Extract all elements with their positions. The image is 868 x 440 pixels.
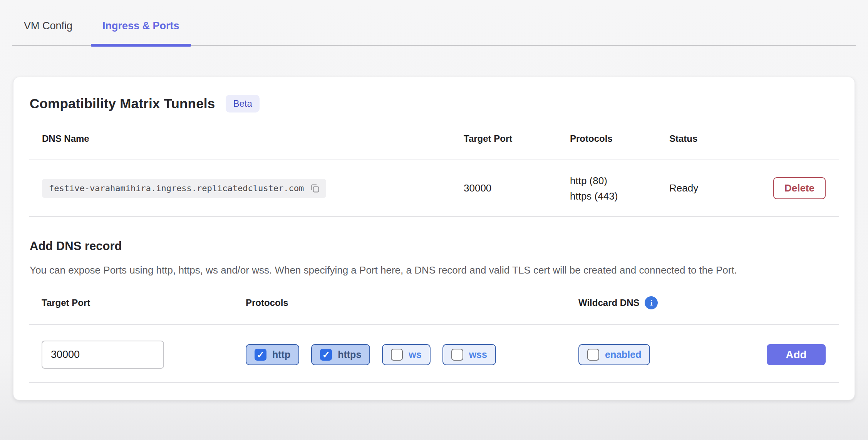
dns-name-pill: festive-varahamihira.ingress.replicatedc…	[42, 179, 326, 198]
dns-name-cell: festive-varahamihira.ingress.replicatedc…	[29, 179, 451, 198]
protocol-checkbox-label: wss	[469, 349, 487, 360]
tab-vm-config[interactable]: VM Config	[12, 20, 84, 45]
dns-name-value: festive-varahamihira.ingress.replicatedc…	[49, 183, 304, 193]
checkbox-icon	[587, 349, 599, 361]
wildcard-enabled-label: enabled	[605, 349, 641, 360]
table-row: festive-varahamihira.ingress.replicatedc…	[29, 160, 839, 216]
protocol-checkbox-label: https	[338, 349, 361, 360]
column-header-protocols: Protocols	[557, 133, 656, 144]
protocol-checkbox-wss[interactable]: wss	[442, 344, 496, 365]
protocol-checkbox-ws[interactable]: ws	[382, 344, 430, 365]
checkbox-icon	[255, 349, 266, 361]
form-header-target-port: Target Port	[29, 297, 233, 308]
checkbox-icon	[391, 349, 403, 361]
info-icon[interactable]: i	[645, 296, 658, 309]
protocols-cell: http (80) https (443)	[557, 173, 656, 204]
protocol-checkbox-https[interactable]: https	[311, 344, 370, 365]
protocol-checkbox-label: ws	[409, 349, 421, 360]
checkbox-icon	[320, 349, 332, 361]
wildcard-dns-field-cell: enabled	[566, 344, 727, 365]
checkbox-icon	[451, 349, 463, 361]
protocol-checkbox-http[interactable]: http	[246, 344, 299, 365]
card-title-row: Compatibility Matrix Tunnels Beta	[29, 95, 839, 113]
compatibility-matrix-tunnels-card: Compatibility Matrix Tunnels Beta DNS Na…	[13, 77, 855, 400]
form-row-divider	[29, 382, 839, 383]
add-button[interactable]: Add	[767, 344, 826, 365]
form-header-wildcard-dns: Wildcard DNS	[578, 297, 639, 308]
target-port-cell: 30000	[451, 182, 557, 194]
copy-icon[interactable]	[309, 183, 321, 194]
beta-badge: Beta	[226, 95, 259, 113]
add-dns-form-header: Target Port Protocols Wildcard DNS i	[29, 296, 839, 324]
form-header-protocols: Protocols	[233, 297, 566, 308]
add-dns-record-description: You can expose Ports using http, https, …	[29, 262, 824, 278]
action-cell: Delete	[754, 177, 839, 199]
column-header-status: Status	[656, 133, 754, 144]
add-dns-record-title: Add DNS record	[29, 239, 839, 253]
card-title: Compatibility Matrix Tunnels	[30, 96, 215, 111]
tab-bar: VM Config Ingress & Ports	[12, 0, 856, 46]
protocol-http: http (80)	[570, 173, 656, 188]
tab-ingress-ports[interactable]: Ingress & Ports	[91, 20, 191, 45]
protocol-checkbox-label: http	[272, 349, 290, 360]
table-row-divider	[29, 216, 839, 217]
protocol-https: https (443)	[570, 188, 656, 204]
protocols-field-cell: http https ws wss	[233, 344, 566, 365]
tunnels-table-header: DNS Name Target Port Protocols Status	[29, 133, 839, 160]
wildcard-enabled-checkbox[interactable]: enabled	[578, 344, 650, 365]
add-button-cell: Add	[727, 344, 839, 365]
column-header-target-port: Target Port	[451, 133, 557, 144]
add-dns-form-row: http https ws wss enabled Add	[29, 325, 839, 382]
target-port-field-cell	[29, 341, 233, 369]
column-header-dns-name: DNS Name	[29, 133, 451, 144]
target-port-input[interactable]	[42, 341, 164, 369]
delete-button[interactable]: Delete	[773, 177, 826, 199]
status-cell: Ready	[656, 182, 754, 194]
